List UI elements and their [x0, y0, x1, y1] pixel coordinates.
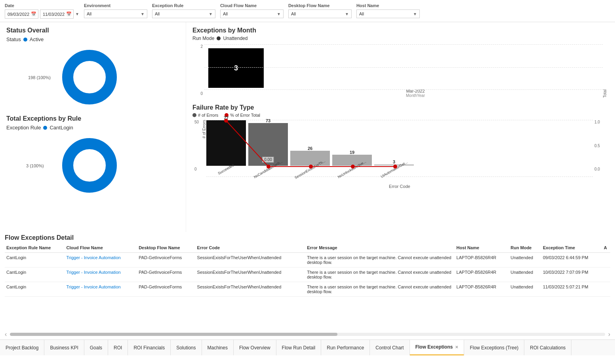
tab-run-performance[interactable]: Run Performance — [321, 340, 370, 356]
environment-dropdown[interactable]: All ▼ — [84, 9, 147, 18]
col-cloud-flow: Cloud Flow Name — [65, 243, 137, 253]
col-host-name: Host Name — [455, 243, 509, 253]
date-filter-label: Date — [5, 3, 79, 8]
exception-rule-value: CantLogin — [50, 125, 73, 131]
tab-roi-financials[interactable]: ROI Financials — [128, 340, 171, 356]
failure-rate-title: Failure Rate by Type — [192, 104, 609, 111]
tab-close-icon[interactable]: ✕ — [455, 345, 458, 349]
host-name-filter-group: Host Name All ▼ — [356, 3, 420, 18]
cell-host-name: LAPTOP-B5826R4R — [455, 253, 509, 267]
run-mode-dot — [217, 36, 221, 40]
date-start-input[interactable]: 09/03/2022 📅 — [5, 9, 38, 19]
desktop-flow-name-filter-group: Desktop Flow Name All ▼ — [288, 3, 352, 18]
cell-exception-rule: CantLogin — [5, 267, 65, 282]
cell-cloud-flow[interactable]: Trigger - Invoice Automation — [65, 267, 137, 282]
status-line: Status Active — [6, 36, 179, 42]
cell-exception-rule: CantLogin — [5, 253, 65, 267]
table-row: CantLogin Trigger - Invoice Automation P… — [5, 267, 610, 282]
exception-rule-filter-group: Exception Rule All ▼ — [152, 3, 215, 18]
tab-label: Solutions — [176, 345, 196, 351]
horiz-scrollbar-thumb — [10, 333, 337, 336]
host-name-filter-label: Host Name — [356, 3, 420, 8]
cell-a — [602, 267, 610, 282]
cell-cloud-flow[interactable]: Trigger - Invoice Automation — [65, 282, 137, 297]
host-name-chevron-icon: ▼ — [413, 12, 417, 16]
tab-solutions[interactable]: Solutions — [171, 340, 202, 356]
cloud-flow-name-filter-group: Cloud Flow Name All ▼ — [220, 3, 284, 18]
failure-bar-group: 77 Succeeded 73 0.00 NoCandidateMach.. — [206, 120, 593, 171]
month-chart-bars: 3 Mar-2022 MonthYear — [204, 44, 603, 98]
tab-label: Control Chart — [375, 345, 404, 351]
tab-label: ROI Financials — [133, 345, 165, 351]
tab-label: Flow Overview — [239, 345, 270, 351]
bar-nocandidate: 73 0.00 NoCandidateMach... — [248, 118, 288, 171]
cell-cloud-flow[interactable]: Trigger - Invoice Automation — [65, 253, 137, 267]
tab-control-chart[interactable]: Control Chart — [370, 340, 409, 356]
y-axis-labels: 2 0 — [192, 44, 204, 96]
exceptions-by-month-title: Exceptions by Month — [192, 27, 609, 34]
cell-run-mode: Unattended — [509, 282, 541, 297]
tab-flow-exceptions-tree[interactable]: Flow Exceptions (Tree) — [464, 340, 524, 356]
status-value: Active — [30, 36, 44, 42]
tab-label: Machines — [208, 345, 228, 351]
table-body: CantLogin Trigger - Invoice Automation P… — [5, 253, 610, 297]
bar-mar-2022: 3 — [208, 48, 264, 88]
exception-rule-dropdown[interactable]: All ▼ — [152, 9, 215, 18]
flow-exceptions-detail-section: Flow Exceptions Detail Exception Rule Na… — [0, 232, 615, 339]
total-exceptions-section: Total Exceptions by Rule Exception Rule … — [6, 115, 179, 197]
cloud-flow-name-chevron-icon: ▼ — [277, 12, 281, 16]
tab-label: Flow Exceptions (Tree) — [470, 345, 518, 351]
scroll-right-icon[interactable]: › — [608, 331, 610, 338]
date-end-input[interactable]: 11/03/2022 📅 — [40, 9, 74, 19]
calendar-icon[interactable]: 📅 — [31, 11, 36, 17]
cloud-flow-name-dropdown[interactable]: All ▼ — [220, 9, 284, 18]
right-panel: Exceptions by Month Run Mode Unattended … — [186, 22, 615, 232]
tab-label: ROI Calculations — [530, 345, 565, 351]
tab-label: Flow Run Detail — [282, 345, 316, 351]
table-scroll-area[interactable]: Exception Rule Name Cloud Flow Name Desk… — [5, 243, 610, 329]
exception-rule-label: Exception Rule — [6, 125, 41, 131]
cell-exception-time: 10/03/2022 7:07:09 PM — [541, 267, 602, 282]
tab-label: Business KPI — [50, 345, 78, 351]
table-row: CantLogin Trigger - Invoice Automation P… — [5, 253, 610, 267]
environment-chevron-icon: ▼ — [141, 12, 145, 16]
desktop-flow-name-dropdown[interactable]: All ▼ — [288, 9, 352, 18]
cell-exception-rule: CantLogin — [5, 282, 65, 297]
failure-rate-legend: # of Errors % of Error Total — [192, 113, 609, 118]
environment-filter-label: Environment — [84, 3, 147, 8]
scroll-left-icon[interactable]: ‹ — [5, 331, 7, 338]
exception-rule-line: Exception Rule CantLogin — [6, 125, 179, 131]
date-chevron-icon[interactable]: ▼ — [75, 12, 79, 16]
tab-flow-run-detail[interactable]: Flow Run Detail — [276, 340, 322, 356]
date-filter-control: 09/03/2022 📅 11/03/2022 📅 ▼ — [5, 9, 79, 19]
left-panel: Status Overall Status Active 198 (100%) — [0, 22, 186, 232]
svg-point-1 — [78, 65, 101, 89]
cell-error-code: SessionExistsForTheUserWhenUnattended — [196, 253, 306, 267]
tab-flow-exceptions[interactable]: Flow Exceptions✕ — [410, 340, 465, 356]
tab-roi-calculations[interactable]: ROI Calculations — [524, 340, 571, 356]
exception-rule-chevron-icon: ▼ — [209, 12, 213, 16]
tab-project-backlog[interactable]: Project Backlog — [0, 340, 44, 356]
tab-machines[interactable]: Machines — [202, 340, 234, 356]
exceptions-donut-label: 3 (100%) — [26, 163, 44, 168]
cell-error-code: SessionExistsForTheUserWhenUnattended — [196, 267, 306, 282]
cell-error-message: There is a user session on the target ma… — [305, 267, 455, 282]
svg-point-3 — [78, 154, 101, 177]
tab-label: ROI — [114, 345, 122, 351]
desktop-flow-name-chevron-icon: ▼ — [345, 12, 349, 16]
tab-business-kpi[interactable]: Business KPI — [44, 340, 84, 356]
tab-roi[interactable]: ROI — [108, 340, 128, 356]
col-error-message: Error Message — [305, 243, 455, 253]
tab-goals[interactable]: Goals — [84, 340, 108, 356]
cell-desktop-flow: PAD-GetInvoiceForms — [137, 282, 195, 297]
status-overall-section: Status Overall Status Active 198 (100%) — [6, 27, 179, 109]
status-donut-chart: 198 (100%) — [6, 46, 133, 109]
horiz-scrollbar[interactable] — [10, 333, 605, 336]
status-label: Status — [6, 36, 21, 42]
col-exception-rule: Exception Rule Name — [5, 243, 65, 253]
calendar-icon[interactable]: 📅 — [66, 11, 72, 17]
host-name-dropdown[interactable]: All ▼ — [356, 9, 420, 18]
tab-flow-overview[interactable]: Flow Overview — [234, 340, 276, 356]
col-error-code: Error Code — [196, 243, 306, 253]
exceptions-by-month-section: Exceptions by Month Run Mode Unattended … — [192, 27, 609, 98]
